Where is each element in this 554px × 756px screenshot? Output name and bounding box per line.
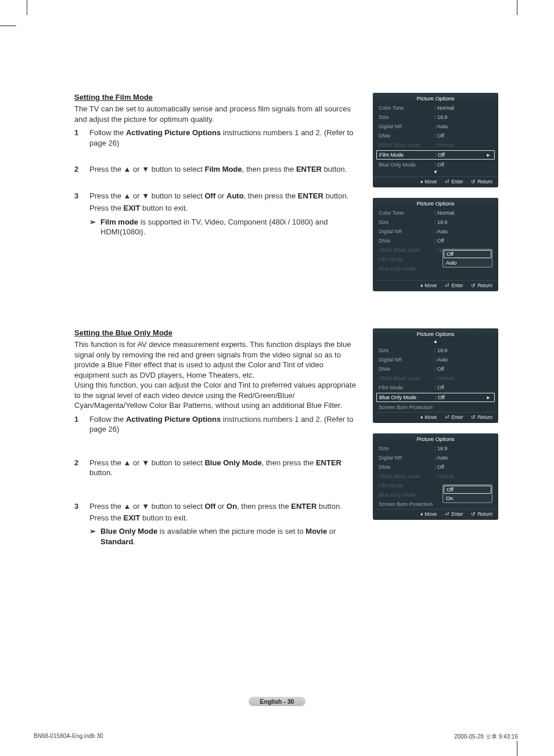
osd-menu-item: DNIe: Off [373, 131, 498, 140]
dropdown-option: Off [444, 250, 491, 258]
enter-icon: ⏎ [445, 511, 449, 517]
osd-item-value: : [434, 256, 436, 262]
osd-menu: Picture Options ▲ Size: 16:9Digital NR: … [373, 328, 498, 423]
osd-menu-item: Size: 16:9 [373, 444, 498, 453]
osd-item-label: Blue Only Mode [379, 395, 435, 400]
osd-item-label: HDMI Black Level [379, 142, 434, 148]
note: ➢ Blue Only Mode is available when the p… [89, 526, 359, 547]
osd-item-value: : Auto [434, 455, 448, 461]
osd-footer: ♦Move ⏎Enter ↺Return [373, 280, 498, 291]
osd-item-label: Digital NR [379, 229, 434, 234]
osd-item-value: : Normal [434, 210, 454, 216]
osd-item-value: : Normal [434, 473, 454, 479]
dropdown-option: Auto [443, 259, 492, 267]
osd-menu-item: DNIe: Off [373, 364, 498, 374]
osd-menu-item: DNIe: Off [373, 462, 498, 472]
osd-title: Picture Options [373, 198, 498, 208]
step-number: 2 [74, 164, 81, 175]
osd-item-value: : Normal [434, 375, 454, 381]
osd-item-value: : Off [434, 464, 444, 470]
scroll-up-icon: ▲ [373, 339, 498, 346]
osd-item-value: : 16:9 [434, 219, 448, 225]
crop-mark [27, 0, 27, 15]
osd-item-value: : Normal [434, 105, 454, 111]
osd-menu-item: HDMI Black Level: Normal [373, 374, 498, 383]
osd-item-label: Blue Only Mode [379, 162, 434, 168]
crop-mark [0, 26, 16, 26]
step-text: Follow the Activating Picture Options in… [89, 128, 359, 148]
note-arrow-icon: ➢ [89, 526, 96, 547]
return-icon: ↺ [471, 511, 476, 517]
osd-dropdown: Off On [443, 484, 492, 503]
osd-dropdown: Off Auto [443, 249, 492, 267]
step-text: Press the ▲ or ▼ button to select Film M… [89, 164, 359, 175]
dropdown-option: Off [444, 486, 491, 494]
osd-item-value: : Off [435, 395, 445, 400]
submenu-arrow-icon: ► [486, 395, 491, 400]
osd-item-label: Digital NR [379, 455, 434, 461]
osd-footer: ♦Move ⏎Enter ↺Return [373, 176, 498, 187]
osd-menu-item: Size: 16:9 [373, 346, 498, 355]
osd-title: Picture Options [373, 433, 498, 444]
osd-title: Picture Options [373, 328, 498, 339]
osd-item-label: Digital NR [379, 357, 434, 363]
osd-item-label: Size [379, 348, 434, 353]
section-title: Setting the Film Mode [74, 93, 359, 102]
osd-item-value: : 16:9 [434, 348, 448, 353]
step-number: 3 [74, 191, 81, 237]
osd-item-label: Screen Burn Protection [379, 404, 434, 410]
scroll-down-icon: ▼ [373, 169, 498, 176]
osd-item-value: : Off [434, 385, 444, 390]
osd-item-value: : Off [434, 238, 444, 244]
osd-menu-item: Blue Only Mode: Off [373, 160, 498, 169]
osd-menu: Picture Options Color Tone: NormalSize: … [373, 198, 498, 291]
section-intro: The TV can be set to automatically sense… [74, 104, 359, 124]
return-icon: ↺ [471, 283, 476, 288]
osd-item-value: : 16:9 [434, 114, 448, 120]
osd-item-label: Film Mode [379, 483, 434, 489]
osd-item-label: Size [379, 114, 434, 120]
crop-mark [517, 0, 517, 15]
step-text: Press the ▲ or ▼ button to select Off or… [89, 501, 359, 547]
osd-item-value: : Off [434, 366, 444, 372]
osd-item-value: : [434, 492, 436, 498]
step-number: 2 [74, 458, 81, 478]
enter-icon: ⏎ [445, 414, 449, 420]
osd-item-value: : [434, 266, 436, 272]
print-timestamp: 2008-05-28 오후 9:43:16 [454, 733, 518, 741]
submenu-arrow-icon: ► [486, 153, 491, 158]
osd-menu-item: Color Tone: Normal [373, 208, 498, 218]
step-number: 1 [74, 128, 81, 148]
osd-item-value: : 16:9 [434, 446, 448, 451]
osd-item-label: DNIe [379, 464, 434, 470]
osd-item-label: DNIe [379, 238, 434, 244]
osd-item-label: Digital NR [379, 124, 434, 129]
osd-item-label: Film Mode [379, 385, 434, 390]
osd-item-value: : [434, 483, 436, 489]
return-icon: ↺ [471, 179, 476, 185]
enter-icon: ⏎ [445, 283, 449, 288]
crop-mark [517, 741, 517, 756]
osd-item-label: HDMI Black Level [379, 247, 434, 253]
osd-menu-item: DNIe: Off [373, 236, 498, 245]
osd-item-label: Size [379, 446, 434, 451]
osd-menu-item: HDMI Black Level: Normal [373, 472, 498, 481]
enter-icon: ⏎ [445, 179, 449, 185]
osd-item-label: Blue Only Mode [379, 266, 434, 272]
osd-item-label: Color Tone [379, 105, 434, 111]
osd-footer: ♦Move ⏎Enter ↺Return [373, 412, 498, 423]
osd-menu-item: Digital NR: Auto [373, 122, 498, 131]
step-text: Press the ▲ or ▼ button to select Off or… [89, 191, 359, 237]
section-title: Setting the Blue Only Mode [74, 328, 359, 337]
osd-item-value: : Off [434, 133, 444, 139]
osd-menu-item: Screen Burn Protection [373, 403, 498, 412]
osd-menu-item: Digital NR: Auto [373, 355, 498, 364]
osd-item-value: : Off [435, 152, 445, 158]
osd-menu-item: HDMI Black Level: Normal [373, 140, 498, 150]
osd-menu-item: Size: 16:9 [373, 218, 498, 227]
move-icon: ♦ [420, 414, 423, 420]
osd-menu-item: Film Mode: Off► [376, 150, 495, 160]
move-icon: ♦ [420, 283, 423, 288]
osd-item-label: Color Tone [379, 210, 434, 216]
move-icon: ♦ [420, 179, 423, 185]
